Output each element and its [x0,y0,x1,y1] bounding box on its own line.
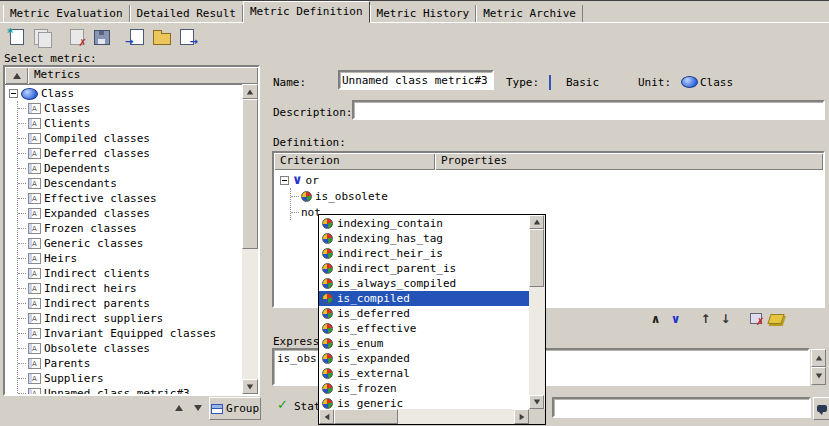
unit-label: Unit: [638,76,671,89]
tree-item[interactable]: Parents [18,356,242,371]
group-icon [211,404,223,414]
and-criterion-button[interactable]: ∧ [648,311,663,326]
open-metrics-button[interactable] [149,26,174,49]
name-input[interactable]: Unnamed class metric#3 [338,70,494,90]
expression-scrollbar[interactable] [811,349,826,385]
delete-criterion-button[interactable] [748,311,763,326]
move-criterion-down-button[interactable]: ↓ [718,311,733,326]
tree-item[interactable]: Classes [18,101,242,116]
dropdown-item[interactable]: is_generic [319,396,529,409]
group-toggle-button[interactable]: Group [209,397,261,420]
criterion-row-or[interactable]: ∨ or [280,172,823,188]
move-metric-down-button[interactable] [189,399,206,416]
tab-bar: Metric Evaluation Detailed Result Metric… [0,2,829,23]
criterion-column-header[interactable]: Criterion [274,153,435,170]
criterion-icon [322,278,333,289]
move-metric-up-button[interactable] [170,399,187,416]
tree-item[interactable]: Effective classes [18,191,242,206]
metric-toolbar: * ✗ → → [4,25,199,49]
tree-item[interactable]: Indirect suppliers [18,311,242,326]
collapse-icon[interactable] [9,89,18,98]
criterion-icon [322,368,333,379]
tab-metric-evaluation[interactable]: Metric Evaluation [3,5,130,22]
scroll-up-button[interactable] [811,349,826,367]
scroll-up-button[interactable] [529,215,544,229]
dropdown-item[interactable]: indexing_has_tag [319,231,529,246]
dropdown-item[interactable]: is_enum [319,336,529,351]
scroll-right-button[interactable] [514,409,529,424]
scroll-down-button[interactable] [529,395,544,409]
tree-item[interactable]: Indirect parents [18,296,242,311]
scrollbar-corner [529,409,545,424]
properties-column-header[interactable]: Properties [435,153,823,170]
dropdown-item[interactable]: is_effective [319,321,529,336]
dropdown-item[interactable]: is_always_compiled [319,276,529,291]
tab-metric-archive[interactable]: Metric Archive [476,5,583,22]
copy-metric-button[interactable] [29,26,54,49]
criterion-dropdown-list: indexing_contain indexing_has_tag indire… [319,215,529,409]
metric-icon [28,163,41,174]
tree-item[interactable]: Indirect heirs [18,281,242,296]
tree-item[interactable]: Frozen classes [18,221,242,236]
metric-icon [28,208,41,219]
scroll-down-button[interactable] [242,379,258,394]
tree-item[interactable]: Deferred classes [18,146,242,161]
comment-button[interactable] [813,397,829,420]
tree-item[interactable]: Compiled classes [18,131,242,146]
tree-item[interactable]: Invariant Equipped classes [18,326,242,341]
tab-detailed-result[interactable]: Detailed Result [130,5,243,22]
tree-item[interactable]: Generic classes [18,236,242,251]
dropdown-item[interactable]: is_deferred [319,306,529,321]
eraser-icon [767,314,784,324]
or-criterion-button[interactable]: ∨ [668,311,683,326]
arrow-left-icon [324,413,329,419]
tree-item[interactable]: Indirect clients [18,266,242,281]
scroll-up-button[interactable] [242,84,258,99]
tree-item[interactable]: Clients [18,116,242,131]
status-message-field[interactable] [552,397,811,418]
collapse-icon[interactable] [280,176,289,185]
move-criterion-up-button[interactable]: ↑ [698,311,713,326]
dropdown-vertical-scrollbar[interactable] [529,215,545,409]
dropdown-horizontal-scrollbar[interactable] [319,409,529,424]
type-value: Basic [566,76,599,89]
dropdown-item[interactable]: indirect_parent_is [319,261,529,276]
tab-metric-history[interactable]: Metric History [370,5,477,22]
metric-icon [28,373,41,384]
tree-item[interactable]: Expanded classes [18,206,242,221]
scroll-left-button[interactable] [319,409,334,424]
tree-scrollbar[interactable] [242,84,258,394]
tree-item[interactable]: Dependents [18,161,242,176]
sort-column-button[interactable] [5,67,28,84]
tab-metric-definition[interactable]: Metric Definition [243,1,370,23]
dropdown-item[interactable]: is_external [319,366,529,381]
save-metric-button[interactable] [89,26,114,49]
description-input[interactable] [352,100,825,120]
criterion-row-is-obsolete[interactable]: is_obsolete [291,188,823,204]
metric-icon [28,223,41,234]
scroll-thumb[interactable] [242,99,258,249]
dropdown-item[interactable]: is_frozen [319,381,529,396]
scroll-thumb[interactable] [334,409,398,424]
tree-item-class[interactable]: Class [9,86,242,101]
dropdown-item[interactable]: indexing_contain [319,216,529,231]
metrics-column-header[interactable]: Metrics [28,67,258,84]
tree-item[interactable]: Obsolete classes [18,341,242,356]
tree-item[interactable]: Suppliers [18,371,242,386]
tree-item[interactable]: Heirs [18,251,242,266]
scroll-thumb[interactable] [529,229,544,287]
dropdown-item[interactable]: is_expanded [319,351,529,366]
delete-metric-button[interactable]: ✗ [64,26,89,49]
new-metric-button[interactable]: * [4,26,29,49]
dropdown-item-selected[interactable]: is_compiled [319,291,529,306]
type-label: Type: [506,76,539,89]
export-metrics-button[interactable]: → [174,26,199,49]
tree-item-clipped[interactable]: Unnamed class metric#3 [18,386,242,394]
import-metrics-button[interactable]: → [124,26,149,49]
criterion-icon [322,308,333,319]
scroll-down-button[interactable] [811,367,826,385]
clear-definition-button[interactable] [768,311,783,326]
description-label: Description: [273,106,352,119]
dropdown-item[interactable]: indirect_heir_is [319,246,529,261]
tree-item[interactable]: Descendants [18,176,242,191]
